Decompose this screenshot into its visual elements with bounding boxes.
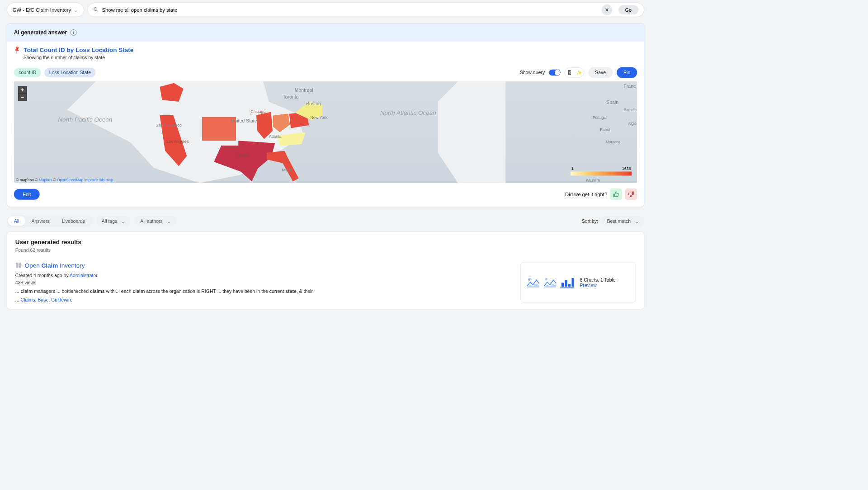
result-tags: ... Claims, Base, Guidewire (15, 297, 510, 302)
zoom-out-button[interactable]: − (18, 94, 27, 101)
svg-rect-11 (561, 283, 564, 287)
map-label: San Francisco (156, 123, 182, 128)
mapbox-logo: © mapbox (16, 178, 34, 182)
map-label: Toronto (283, 94, 299, 100)
svg-rect-5 (632, 192, 633, 194)
svg-rect-8 (19, 265, 21, 268)
map-label: New York (310, 115, 327, 120)
sort-value: Best match (607, 218, 631, 224)
chevron-down-icon: ⌄ (121, 219, 125, 224)
svg-point-0 (94, 7, 97, 10)
chevron-down-icon: ⌄ (635, 219, 639, 224)
thumbs-down-button[interactable] (625, 188, 637, 200)
thumbs-up-button[interactable] (610, 188, 622, 200)
svg-rect-13 (568, 284, 571, 287)
improve-map-link[interactable]: Improve this map (85, 178, 113, 182)
preview-link[interactable]: Preview (580, 283, 597, 288)
map-label: Western (586, 179, 600, 183)
map-label: Franc (623, 84, 636, 89)
map-label: Montreal (295, 88, 313, 93)
sort-dropdown[interactable]: Best match ⌄ (601, 216, 644, 226)
line-chart-icon: # (526, 277, 540, 288)
data-source-picker[interactable]: GW - EfC Claim Inventory ⌄ (7, 3, 84, 17)
map-state-fl[interactable] (267, 151, 299, 182)
ocean-label: North Atlantic Ocean (380, 108, 436, 118)
svg-text:#: # (545, 277, 547, 282)
svg-rect-4 (613, 194, 614, 197)
ai-answer-header: AI generated answer i (7, 24, 644, 42)
tag-link[interactable]: Claims (20, 297, 35, 302)
tags-filter[interactable]: All tags ⌄ (96, 216, 131, 226)
feedback-prompt: Did we get it right? (565, 191, 607, 197)
map-legend: 11636 (571, 166, 632, 176)
result-snippet: ... claim managers ... bottlenecked clai… (15, 287, 510, 295)
legend-gradient-icon (571, 172, 632, 176)
svg-rect-6 (16, 263, 18, 268)
tab-answers[interactable]: Answers (25, 217, 56, 226)
svg-rect-12 (565, 280, 567, 287)
map-label: Spain (606, 100, 618, 105)
legend-min: 1 (571, 166, 574, 171)
mapbox-link[interactable]: Mapbox (39, 178, 52, 182)
results-count: Found 62 results (15, 247, 636, 253)
zoom-in-button[interactable]: + (18, 86, 27, 94)
info-icon[interactable]: i (71, 29, 77, 36)
result-row: Open Claim Inventory Created 4 months ag… (15, 262, 636, 303)
bar-chart-icon (560, 277, 574, 288)
show-query-toggle[interactable] (549, 70, 561, 76)
pin-button[interactable]: Pin (617, 67, 637, 78)
edit-button[interactable]: Edit (14, 189, 40, 200)
save-button[interactable]: Save (588, 67, 613, 78)
ai-view-icon[interactable]: ✨ (574, 68, 584, 77)
ai-answer-card: AI generated answer i 📌 Total Count ID b… (7, 23, 644, 207)
search-icon (93, 7, 99, 13)
map-label: Los Angeles (166, 139, 189, 144)
osm-link[interactable]: OpenStreetMap (57, 178, 83, 182)
map-label: Miami (282, 168, 292, 172)
go-button[interactable]: Go (618, 5, 639, 14)
search-bar[interactable]: Go (87, 3, 644, 17)
search-input[interactable] (102, 7, 598, 13)
answer-subtitle: Showing the number of claims by state (24, 55, 637, 61)
liveboard-icon (15, 262, 22, 269)
answer-title-link[interactable]: Total Count ID by Loss Location State (24, 47, 134, 54)
map-attribution: © mapbox © Mapbox © OpenStreetMap Improv… (16, 178, 113, 182)
author-link[interactable]: Administrator (70, 273, 98, 278)
tab-liveboards[interactable]: Liveboards (56, 217, 91, 226)
result-preview-card: # # 6 Charts, 1 Table Preview (520, 262, 636, 303)
map-label: Portugal (593, 115, 607, 119)
result-views: 438 views (15, 280, 510, 286)
map-label: Chicago (250, 109, 265, 114)
svg-rect-14 (572, 278, 574, 287)
map-label: Barcelo (624, 108, 637, 112)
clear-search-button[interactable] (601, 5, 612, 15)
map-visualization[interactable]: North Pacific Ocean North Atlantic Ocean… (14, 81, 637, 183)
data-source-label: GW - EfC Claim Inventory (13, 7, 71, 13)
tags-filter-label: All tags (102, 218, 117, 224)
map-label: United States (231, 118, 259, 123)
map-label: Boston (306, 101, 321, 107)
measure-chip[interactable]: count ID (14, 68, 41, 77)
sort-label: Sort by: (582, 218, 598, 224)
svg-rect-7 (19, 263, 21, 265)
map-label: Rabat (600, 127, 610, 132)
map-label: Houston (234, 153, 250, 158)
tag-link[interactable]: Guidewire (51, 297, 72, 302)
results-section-title: User generated results (15, 239, 636, 246)
line-chart-icon: # (543, 277, 557, 288)
show-query-label: Show query (520, 70, 545, 75)
tag-link[interactable]: Base (38, 297, 48, 302)
authors-filter-label: All authors (140, 218, 163, 224)
sql-view-icon[interactable]: 🗄 (565, 68, 574, 77)
authors-filter[interactable]: All authors ⌄ (135, 216, 176, 226)
result-title-link[interactable]: Open Claim Inventory (25, 262, 85, 269)
tab-all[interactable]: All (8, 217, 25, 226)
view-mode-switch[interactable]: 🗄 ✨ (565, 67, 585, 78)
chevron-down-icon: ⌄ (167, 219, 171, 224)
svg-line-1 (96, 10, 98, 11)
map-label: Morocco (606, 140, 620, 144)
attribute-chip[interactable]: Loss Location State (44, 68, 95, 77)
ai-answer-header-label: AI generated answer (14, 29, 67, 36)
user-results-card: User generated results Found 62 results … (7, 231, 644, 310)
result-meta: Created 4 months ago by Administrator (15, 273, 510, 278)
